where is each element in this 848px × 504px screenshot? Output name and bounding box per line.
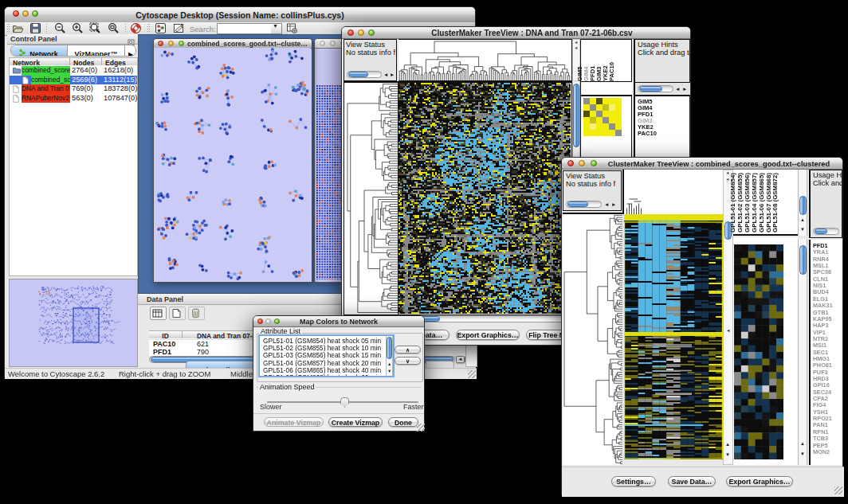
attribute-list-vscrollbar[interactable]: ▲ ▼	[386, 336, 393, 376]
column-header-edges[interactable]: Edges	[102, 58, 137, 65]
treeview2-titlebar[interactable]: ClusterMaker TreeView : combined_scores_…	[562, 158, 842, 170]
resize-grip[interactable]	[417, 424, 425, 432]
tv2-zoom-vscrollbar[interactable]: ▲ ▼	[798, 239, 807, 465]
scroll-thumb[interactable]	[567, 201, 588, 207]
help-lifesaver-icon[interactable]	[130, 22, 142, 34]
speed-slider[interactable]	[267, 397, 418, 407]
column-header-network[interactable]: Network	[10, 58, 70, 65]
zoom-fit-icon[interactable]	[89, 22, 101, 34]
attribute-list-item[interactable]: GPL51-06 (GSM865) heat shock 40 min	[260, 366, 384, 373]
network-row[interactable]: RNAPuberNov2+N563(0)107847(0)	[10, 94, 137, 104]
arrow-left-icon2[interactable]: ◄	[574, 45, 578, 50]
tv2-button-settings-[interactable]: Settings…	[611, 476, 656, 486]
tab-vizmapper[interactable]: VizMapper™	[68, 45, 124, 56]
tv1-correlation-matrix[interactable]	[583, 98, 622, 136]
zoom-in-icon[interactable]	[72, 22, 84, 34]
tv2-labels-vscrollbar[interactable]: ▲ ▼	[798, 170, 807, 236]
network-overview[interactable]	[9, 279, 138, 367]
close-button[interactable]	[347, 29, 354, 36]
tv2-column-dendrogram-canvas[interactable]	[626, 170, 724, 214]
scroll-thumb[interactable]	[799, 245, 807, 275]
minimize-button[interactable]	[358, 29, 364, 36]
zoom-button[interactable]	[591, 160, 597, 166]
minimize-button[interactable]	[168, 41, 174, 46]
attribute-list-item[interactable]: GPL51-03 (GSM856) heat shock 15 min	[260, 351, 384, 358]
annotation-icon[interactable]	[173, 22, 185, 34]
arrow-right-icon[interactable]: ►	[611, 201, 616, 207]
attr-table-vscroll-stub[interactable]	[465, 345, 477, 367]
search-input[interactable]	[217, 23, 273, 34]
arrow-right-icon[interactable]: ►	[390, 72, 395, 77]
tv1-usage-hscrollbar[interactable]	[638, 85, 673, 92]
dialog-titlebar[interactable]: Map Colors to Network	[253, 316, 424, 327]
attribute-list-item[interactable]: GPL51-04 (GSM857) heat shock 20 min	[260, 359, 384, 366]
scroll-thumb[interactable]	[799, 196, 807, 215]
attribute-list-item[interactable]: GPL51-02 (GSM855) heat shock 10 min	[260, 344, 384, 351]
close-button[interactable]	[567, 160, 574, 166]
close-button[interactable]	[320, 41, 325, 46]
main-titlebar[interactable]: Cytoscape Desktop (Session Name: collins…	[5, 7, 475, 23]
tv2-heatmap-canvas[interactable]	[624, 214, 723, 459]
tab-overflow-button[interactable]: ▶	[124, 45, 136, 56]
resize-grip[interactable]	[468, 370, 476, 378]
tv1-heatmap[interactable]	[398, 81, 572, 315]
tv1-column-dendrogram-canvas[interactable]	[398, 40, 571, 80]
network-row[interactable]: DNA and Tran 07769(0)183728(0)	[10, 84, 137, 94]
tv1-heatmap-hscrollbar[interactable]	[402, 315, 565, 322]
tv2-button-export-graphics-[interactable]: Export Graphics…	[726, 476, 793, 486]
tv2-status-hscrollbar[interactable]	[566, 201, 602, 208]
arrow-right-icon[interactable]: ►	[682, 86, 687, 92]
arrow-down-icon[interactable]: ▼	[387, 369, 391, 373]
network-row[interactable]: combined_sco2569(6)13112(15)	[10, 76, 137, 85]
attribute-select-button[interactable]	[150, 307, 167, 320]
tv2-usage-hscrollbar[interactable]	[813, 228, 839, 235]
close-button[interactable]	[158, 41, 163, 46]
zoom-button[interactable]	[179, 41, 184, 46]
network-view-canvas[interactable]	[154, 48, 310, 281]
treeview1-titlebar[interactable]: ClusterMaker TreeView : DNA and Tran 07-…	[342, 27, 690, 39]
new-attribute-icon[interactable]	[169, 307, 186, 320]
move-down-button[interactable]: ∨	[395, 357, 421, 365]
arrow-down-icon[interactable]: ▼	[725, 452, 730, 457]
tv2-column-dendrogram[interactable]	[622, 170, 723, 214]
scroll-thumb[interactable]	[387, 337, 392, 359]
save-icon[interactable]	[29, 22, 41, 34]
tv1-column-dendrogram[interactable]	[398, 39, 572, 81]
network-window-1[interactable]: combined_scores_good.txt--cluste…	[153, 38, 312, 283]
scroll-thumb[interactable]	[639, 86, 662, 92]
arrow-down-icon[interactable]: ▼	[800, 451, 805, 456]
tv2-row-dendrogram-canvas[interactable]	[563, 214, 622, 465]
zoom-selected-icon[interactable]	[108, 22, 120, 34]
scroll-thumb[interactable]	[815, 229, 827, 234]
tv2-gene-label[interactable]: MON2	[813, 448, 830, 455]
slider-thumb[interactable]	[340, 397, 349, 408]
vizmap-nodes-icon[interactable]	[155, 22, 167, 34]
tv2-zoom-heatmap-canvas[interactable]	[734, 244, 783, 459]
column-header-nodes[interactable]: Nodes	[70, 58, 102, 65]
open-file-icon[interactable]	[12, 22, 24, 34]
move-up-button[interactable]: ∧	[395, 346, 421, 354]
tv1-row-dendrogram[interactable]	[344, 81, 398, 315]
attribute-browser-icon[interactable]	[286, 22, 298, 34]
scroll-thumb[interactable]	[348, 72, 368, 77]
tv1-button-export-graphics-[interactable]: Export Graphics…	[456, 330, 520, 340]
arrow-left-icon[interactable]: ◄	[675, 86, 680, 92]
zoom-button[interactable]	[368, 29, 375, 36]
arrow-up-icon[interactable]: ▲	[800, 217, 805, 222]
arrow-up-icon[interactable]: ▲	[725, 442, 730, 447]
resize-grip[interactable]	[834, 486, 842, 494]
attribute-list-item[interactable]: GPL51-01 (GSM854) heat shock 05 min	[260, 337, 384, 344]
dialog-button-create-vizmap[interactable]: Create Vizmap	[328, 417, 383, 427]
arrow-down-icon[interactable]: ▼	[800, 227, 805, 232]
arrow-up-icon[interactable]: ▲	[800, 441, 805, 446]
tv2-row-dendrogram[interactable]	[563, 213, 622, 465]
tv2-button-save-data-[interactable]: Save Data…	[668, 476, 716, 486]
tv1-row-dendrogram-canvas[interactable]	[344, 83, 398, 314]
dialog-button-done[interactable]: Done	[388, 417, 418, 427]
arrow-left-icon[interactable]: ◄	[574, 40, 578, 45]
overview-minimap-canvas[interactable]	[10, 279, 135, 365]
attribute-list-item[interactable]: GPL51-07 (GSM868) heat shock 60 min	[260, 373, 384, 377]
arrow-up-icon[interactable]: ▲	[387, 361, 391, 366]
zoom-out-icon[interactable]	[54, 22, 66, 34]
tab-network[interactable]: Network	[11, 45, 68, 56]
